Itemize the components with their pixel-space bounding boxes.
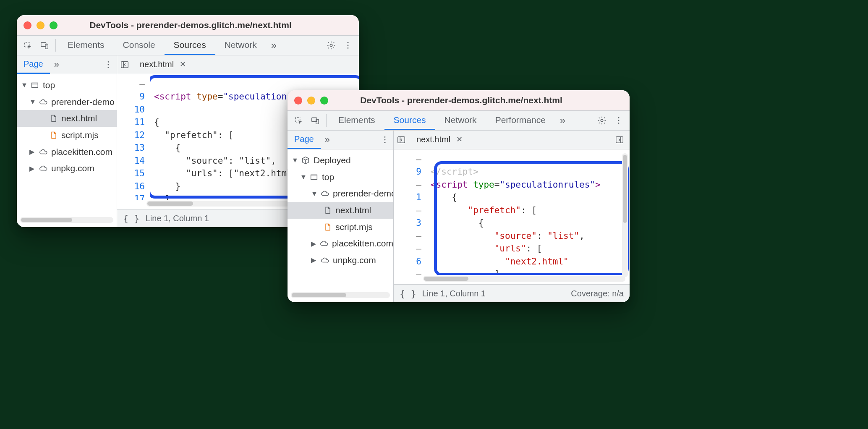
tab-console[interactable]: Console (114, 36, 165, 55)
pretty-print-icon[interactable]: { } (123, 213, 140, 224)
kebab-menu-icon[interactable] (610, 116, 627, 125)
zoom-window-button[interactable] (320, 97, 328, 105)
sidebar-scrollbar[interactable] (20, 217, 113, 223)
chevron-down-icon: ▼ (29, 96, 35, 107)
pretty-print-icon[interactable]: { } (400, 288, 416, 299)
minimize-window-button[interactable] (37, 21, 44, 29)
tab-performance[interactable]: Performance (486, 111, 555, 130)
settings-icon[interactable] (593, 116, 610, 125)
main-toolbar: Elements Sources Network Performance » (288, 111, 630, 131)
secondary-toolbar: Page » next.html ✕ (17, 55, 359, 74)
chevron-down-icon: ▼ (311, 188, 317, 199)
zoom-window-button[interactable] (50, 21, 58, 29)
document-icon (50, 130, 58, 140)
tree-item-next-html[interactable]: next.html (288, 202, 393, 219)
close-icon[interactable]: ✕ (456, 135, 463, 144)
navigator-tab-page[interactable]: Page (17, 55, 50, 74)
more-tabs-icon[interactable]: » (555, 111, 570, 130)
tree-item-next-html[interactable]: next.html (17, 110, 117, 127)
frame-icon (309, 173, 319, 182)
show-debugger-icon[interactable] (612, 131, 627, 149)
line-gutter: – 9 10 11 12 13 14 15 16 17 18 19 – 20 (117, 74, 150, 200)
svg-point-7 (108, 61, 109, 63)
hide-navigator-icon[interactable] (394, 131, 409, 149)
devtools-window-2: DevTools - prerender-demos.glitch.me/nex… (288, 90, 630, 302)
svg-rect-12 (32, 83, 38, 87)
tree-item-top[interactable]: ▼ top (288, 169, 393, 186)
tree-label: prerender-demo (333, 186, 393, 201)
tree-label: script.mjs (61, 128, 99, 143)
tree-label: top (43, 78, 55, 93)
file-tab-next-html[interactable]: next.html ✕ (136, 58, 190, 72)
code-scrollbar[interactable] (423, 276, 625, 282)
tab-network[interactable]: Network (215, 36, 266, 55)
cursor-position: Line 1, Column 1 (422, 289, 486, 298)
tree-item-script-mjs[interactable]: script.mjs (288, 219, 393, 235)
kebab-menu-icon[interactable] (340, 41, 356, 50)
tab-network[interactable]: Network (435, 111, 486, 130)
tree-item-deployed[interactable]: ▼ Deployed (288, 152, 393, 169)
chevron-down-icon: ▼ (292, 154, 298, 166)
tab-elements[interactable]: Elements (58, 36, 114, 55)
tree-label: Deployed (314, 153, 351, 168)
navigator-kebab-icon[interactable] (100, 55, 117, 74)
tree-item-script-mjs[interactable]: script.mjs (17, 127, 117, 144)
file-tab-label: next.html (140, 60, 174, 69)
body-split: ▼ Deployed ▼ top ▼ prerender-demo next.h… (288, 149, 630, 302)
svg-point-23 (384, 142, 386, 143)
device-toggle-icon[interactable] (307, 111, 324, 130)
sidebar-scrollbar[interactable] (291, 292, 390, 298)
window-title: DevTools - prerender-demos.glitch.me/nex… (333, 95, 589, 105)
tree-item-domain[interactable]: ▼ prerender-demo (17, 94, 117, 110)
tab-sources[interactable]: Sources (165, 36, 215, 55)
inspect-icon[interactable] (19, 36, 36, 55)
svg-point-18 (618, 117, 620, 118)
frame-icon (30, 81, 39, 90)
svg-point-6 (348, 47, 349, 49)
tab-elements[interactable]: Elements (329, 111, 384, 130)
window-title: DevTools - prerender-demos.glitch.me/nex… (63, 20, 319, 30)
more-tabs-icon[interactable]: » (266, 36, 282, 55)
file-tab-label: next.html (416, 135, 450, 144)
cloud-icon (39, 147, 48, 157)
vertical-scrollbar[interactable] (622, 153, 628, 277)
tree-label: placekitten.com (51, 144, 112, 160)
file-tab-bar: next.html ✕ (132, 55, 359, 74)
minimize-window-button[interactable] (307, 97, 315, 105)
navigator-more-icon[interactable]: » (321, 131, 334, 149)
tab-sources[interactable]: Sources (384, 111, 435, 130)
tree-item-unpkg[interactable]: ▶ unpkg.com (17, 160, 117, 177)
tree-item-unpkg[interactable]: ▶ unpkg.com (288, 252, 393, 269)
cube-icon (301, 156, 310, 165)
tree-item-placekitten[interactable]: ▶ placekitten.com (288, 235, 393, 252)
hide-navigator-icon[interactable] (117, 55, 132, 74)
tree-item-placekitten[interactable]: ▶ placekitten.com (17, 144, 117, 160)
settings-icon[interactable] (323, 41, 340, 50)
tree-item-top[interactable]: ▼ top (17, 77, 117, 94)
svg-point-21 (384, 136, 386, 138)
code-editor: – 9 – 1 – 3 – – 6 – – – – 20 </script> <… (394, 149, 630, 302)
chevron-right-icon: ▶ (311, 254, 317, 266)
svg-point-3 (330, 44, 332, 47)
secondary-toolbar: Page » next.html ✕ (288, 131, 630, 149)
file-tab-next-html[interactable]: next.html ✕ (412, 133, 467, 147)
main-toolbar: Elements Console Sources Network » (17, 36, 359, 55)
cloud-icon (320, 189, 329, 198)
line-gutter: – 9 – 1 – 3 – – 6 – – – – 20 (394, 149, 426, 275)
navigator-more-icon[interactable]: » (50, 55, 63, 74)
tree-label: unpkg.com (333, 253, 376, 268)
navigator-kebab-icon[interactable] (376, 131, 393, 149)
close-window-button[interactable] (24, 21, 31, 29)
navigator-tab-page[interactable]: Page (288, 131, 321, 149)
inspect-icon[interactable] (290, 111, 307, 130)
code-body[interactable]: </script> <script type="speculationrules… (426, 149, 630, 275)
close-icon[interactable]: ✕ (180, 60, 186, 69)
coverage-label: Coverage: n/a (571, 289, 624, 298)
close-window-button[interactable] (294, 97, 302, 105)
titlebar: DevTools - prerender-demos.glitch.me/nex… (17, 15, 359, 36)
cloud-icon (319, 239, 329, 248)
tree-label: placekitten.com (332, 236, 393, 251)
tree-item-domain[interactable]: ▼ prerender-demo (288, 185, 393, 202)
device-toggle-icon[interactable] (36, 36, 53, 55)
svg-point-4 (348, 42, 349, 43)
